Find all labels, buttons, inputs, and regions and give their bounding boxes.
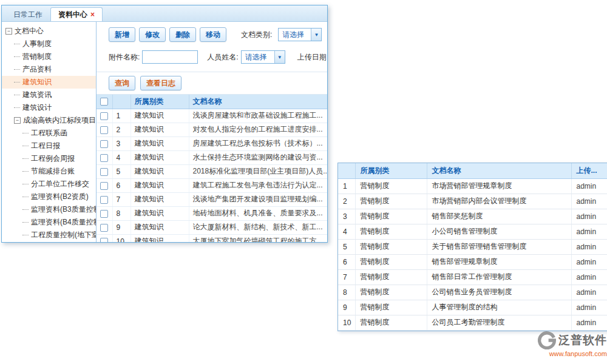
row-doc-name[interactable]: 水土保持生态环境监测网络的建设与资... xyxy=(189,150,327,164)
table-row[interactable]: 5营销制度关于销售部管理销售管理制度admin xyxy=(338,239,607,254)
row-doc-name[interactable]: 市场营销部内部会议管理制度 xyxy=(427,194,571,209)
tree-item[interactable]: 营销制度 xyxy=(2,50,96,63)
row-doc-name[interactable]: 房屋建筑工程总承包投标书（技术标）... xyxy=(189,136,327,150)
table-row[interactable]: 10建筑知识大厦地下室加气砼墙砌筑工程的施工方... xyxy=(97,234,327,243)
row-uploader: admin xyxy=(571,315,607,330)
view-log-button[interactable]: 查看日志 xyxy=(140,76,181,90)
row-number: 6 xyxy=(338,254,355,269)
table-row[interactable]: 1营销制度市场营销部管理规章制度admin xyxy=(338,178,607,194)
tree-item[interactable]: −成渝高铁内江标段项目 xyxy=(2,114,96,127)
row-uploader: admin xyxy=(571,209,607,224)
table-row[interactable]: 2营销制度市场营销部内部会议管理制度admin xyxy=(338,194,607,209)
number-column-header xyxy=(338,163,355,178)
row-doc-name[interactable]: 市场营销部管理规章制度 xyxy=(427,178,571,194)
row-number: 9 xyxy=(112,220,131,234)
row-checkbox[interactable] xyxy=(100,196,108,204)
tree-item[interactable]: 工程质量控制(地下室) xyxy=(2,229,96,241)
tree-item[interactable]: 产品资料 xyxy=(2,63,96,76)
row-doc-name[interactable]: 2018标准化监理项目部(业主项目部)人员... xyxy=(189,164,327,178)
window-body: −文档中心人事制度营销制度产品资料建筑知识建筑资讯建筑设计−成渝高铁内江标段项目… xyxy=(2,22,327,243)
tree-item[interactable]: 工程联系函 xyxy=(2,127,96,140)
tree-item[interactable]: 节能减排台账 xyxy=(2,165,96,178)
tab-daily-work[interactable]: 日常工作 xyxy=(5,7,50,21)
table-row[interactable]: 9营销制度人事管理制度的结构admin xyxy=(338,300,607,315)
row-checkbox[interactable] xyxy=(100,238,108,243)
document-table-header-row: 所属别类 文档名称 xyxy=(97,95,327,109)
tree-item[interactable]: 工程例会周报 xyxy=(2,152,96,165)
tree-item[interactable]: 建筑设计 xyxy=(2,101,96,114)
query-button[interactable]: 查询 xyxy=(109,76,135,90)
row-checkbox[interactable] xyxy=(100,224,108,232)
row-doc-name[interactable]: 小公司销售管理制度 xyxy=(427,224,571,239)
row-number: 5 xyxy=(112,164,131,178)
row-checkbox[interactable] xyxy=(100,210,108,218)
add-button[interactable]: 新增 xyxy=(109,27,135,42)
table-row[interactable]: 5建筑知识2018标准化监理项目部(业主项目部)人员... xyxy=(97,164,327,178)
row-checkbox[interactable] xyxy=(100,168,108,176)
row-doc-name[interactable]: 对发包人指定分包的工程施工进度安排... xyxy=(189,123,327,136)
table-row[interactable]: 9建筑知识论大厦新材料、新结构、新技术、新工... xyxy=(97,220,327,234)
popup-table-body: 1营销制度市场营销部管理规章制度admin2营销制度市场营销部内部会议管理制度a… xyxy=(338,178,607,330)
row-category: 建筑知识 xyxy=(131,220,189,234)
row-doc-name[interactable]: 大厦地下室加气砼墙砌筑工程的施工方... xyxy=(189,234,327,243)
tree-item[interactable]: 监理资料(B4质量控制) xyxy=(2,216,96,229)
table-row[interactable]: 3建筑知识房屋建筑工程总承包投标书（技术标）... xyxy=(97,136,327,150)
tree-item-label: 工程日报 xyxy=(31,141,60,151)
tree-item[interactable]: 建筑资讯 xyxy=(2,89,96,101)
modify-button[interactable]: 修改 xyxy=(139,27,166,42)
table-row[interactable]: 8营销制度公司销售业务员管理制度admin xyxy=(338,285,607,300)
table-row[interactable]: 7营销制度销售部日常工作管理制度admin xyxy=(338,269,607,285)
table-row[interactable]: 4营销制度小公司销售管理制度admin xyxy=(338,224,607,239)
tree-item[interactable]: 建筑知识 xyxy=(2,76,96,89)
select-all-checkbox[interactable] xyxy=(100,98,108,106)
row-checkbox[interactable] xyxy=(100,112,108,120)
table-row[interactable]: 10营销制度公司员工考勤管理制度admin xyxy=(338,315,607,330)
table-row[interactable]: 2建筑知识对发包人指定分包的工程施工进度安排... xyxy=(97,123,327,136)
row-doc-name[interactable]: 地砖地面材料、机具准备、质量要求及... xyxy=(189,206,327,220)
row-doc-name[interactable]: 论大厦新材料、新结构、新技术、新工... xyxy=(189,220,327,234)
row-checkbox[interactable] xyxy=(100,154,108,162)
table-row[interactable]: 8建筑知识地砖地面材料、机具准备、质量要求及... xyxy=(97,206,327,220)
collapse-icon[interactable]: − xyxy=(14,117,21,124)
row-doc-name[interactable]: 公司销售业务员管理制度 xyxy=(427,285,571,300)
tree-item[interactable]: 工程日报 xyxy=(2,140,96,152)
row-doc-name[interactable]: 人事管理制度的结构 xyxy=(427,300,571,315)
table-row[interactable]: 4建筑知识水土保持生态环境监测网络的建设与资... xyxy=(97,150,327,164)
tree-item[interactable]: 监理资料(B3质量控制) xyxy=(2,203,96,216)
tree-item[interactable]: −文档中心 xyxy=(2,25,96,38)
row-checkbox[interactable] xyxy=(100,126,108,134)
collapse-icon[interactable]: − xyxy=(5,28,12,35)
row-doc-name[interactable]: 建筑工程施工发包与承包违法行为认定... xyxy=(189,178,327,192)
tree-item[interactable]: 人事制度 xyxy=(2,38,96,50)
tree-item-label: 监理资料(B2资质) xyxy=(31,192,89,202)
table-row[interactable]: 6建筑知识建筑工程施工发包与承包违法行为认定... xyxy=(97,178,327,192)
row-category: 建筑知识 xyxy=(131,192,189,206)
row-number: 8 xyxy=(338,285,355,300)
row-checkbox[interactable] xyxy=(100,140,108,148)
tab-data-center[interactable]: 资料中心 × xyxy=(50,7,103,21)
row-doc-name[interactable]: 公司员工考勤管理制度 xyxy=(427,315,571,330)
table-row[interactable]: 3营销制度销售部奖惩制度admin xyxy=(338,209,607,224)
popup-table-header-row: 所属别类 文档名称 上传... xyxy=(338,163,607,178)
row-doc-name[interactable]: 销售部管理规章制度 xyxy=(427,254,571,269)
row-doc-name[interactable]: 关于销售部管理销售管理制度 xyxy=(427,239,571,254)
row-doc-name[interactable]: 销售部奖惩制度 xyxy=(427,209,571,224)
attachment-name-input[interactable] xyxy=(142,50,198,64)
tree-item[interactable]: 监理资料(B2资质) xyxy=(2,190,96,203)
tab-close-icon[interactable]: × xyxy=(90,11,95,18)
doc-category-select[interactable]: 请选择 ▼ xyxy=(278,28,322,41)
table-row[interactable]: 7建筑知识浅谈地产集团开发建设项目监理规划编... xyxy=(97,192,327,206)
delete-button[interactable]: 删除 xyxy=(169,27,196,42)
person-name-select[interactable]: 请选择 ▼ xyxy=(241,50,285,64)
table-row[interactable]: 6营销制度销售部管理规章制度admin xyxy=(338,254,607,269)
move-button[interactable]: 移动 xyxy=(200,27,226,42)
row-checkbox[interactable] xyxy=(100,182,108,190)
row-doc-name[interactable]: 浅谈地产集团开发建设项目监理规划编... xyxy=(189,192,327,206)
tree-connector xyxy=(14,44,20,44)
row-doc-name[interactable]: 销售部日常工作管理制度 xyxy=(427,269,571,285)
tree-item[interactable]: 分工单位工作移交 xyxy=(2,178,96,190)
marketing-docs-table: 所属别类 文档名称 上传... 1营销制度市场营销部管理规章制度admin2营销… xyxy=(338,163,607,331)
tree-item-label: 工程质量控制(地下室) xyxy=(31,230,97,240)
table-row[interactable]: 1建筑知识浅谈房屋建筑和市政基础设施工程施工... xyxy=(97,109,327,123)
row-doc-name[interactable]: 浅谈房屋建筑和市政基础设施工程施工... xyxy=(189,109,327,123)
